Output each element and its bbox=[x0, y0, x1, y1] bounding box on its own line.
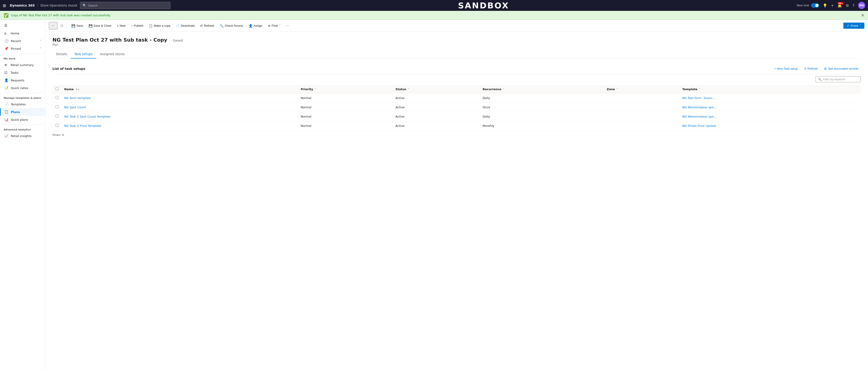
row-checkbox-cell[interactable] bbox=[53, 103, 61, 112]
assign-button[interactable]: 👤 Assign bbox=[246, 23, 265, 29]
row-template-link[interactable]: NG Womenswear spo... bbox=[682, 105, 716, 109]
refresh-label: Refresh bbox=[204, 24, 214, 27]
search-input[interactable] bbox=[88, 4, 168, 7]
sidebar-item-requests[interactable]: 👤 Requests bbox=[0, 76, 45, 84]
refresh-button[interactable]: ↺ Refresh bbox=[198, 23, 217, 29]
check-access-button[interactable]: 🔍 Check Access bbox=[217, 23, 246, 29]
col-header-status[interactable]: Status ˅ bbox=[393, 85, 480, 93]
col-name-label: Name bbox=[64, 88, 74, 91]
new-look-switch[interactable] bbox=[811, 3, 819, 8]
sidebar-item-retail-summary[interactable]: ≡ Retail summary bbox=[0, 61, 45, 69]
tab-assigned-stores[interactable]: Assigned stores bbox=[96, 50, 128, 59]
plus-icon[interactable]: + bbox=[831, 3, 834, 8]
sidebar-item-templates[interactable]: 📄 Templates bbox=[0, 100, 45, 108]
row-name-link[interactable]: NG Task 3 Price Template bbox=[64, 124, 101, 127]
sidebar-item-home[interactable]: ⌂ Home bbox=[0, 29, 45, 37]
row-template-cell: NG Womenswear spo... bbox=[680, 103, 861, 112]
row-checkbox[interactable] bbox=[56, 96, 59, 99]
row-checkbox[interactable] bbox=[56, 124, 59, 127]
lightbulb-icon[interactable]: 💡 bbox=[823, 3, 827, 8]
filter-input-container[interactable]: 🔍 bbox=[815, 76, 861, 82]
row-recurrence-cell: Daily bbox=[480, 112, 604, 121]
select-all-checkbox[interactable] bbox=[56, 87, 59, 90]
make-copy-label: Make a copy bbox=[154, 24, 170, 27]
notifications-icon[interactable]: 🔔 99+ bbox=[837, 3, 842, 8]
more-icon: ⋯ bbox=[286, 24, 289, 27]
col-header-template[interactable]: Template ˅ bbox=[680, 85, 861, 93]
col-zone-label: Zone bbox=[607, 88, 615, 91]
sidebar-item-quick-plans[interactable]: 📊 Quick plans bbox=[0, 116, 45, 123]
row-checkbox-cell[interactable] bbox=[53, 93, 61, 103]
table-row: NG Task 2 Spot Count Template Normal Act… bbox=[53, 112, 861, 121]
app-name-label: Store Operations Assist bbox=[37, 4, 77, 7]
divider bbox=[0, 93, 45, 93]
save-icon: 💾 bbox=[71, 24, 75, 28]
row-name-link[interactable]: NG form template bbox=[64, 96, 91, 100]
help-icon[interactable]: ? bbox=[852, 3, 855, 8]
row-priority-cell: Normal bbox=[298, 121, 393, 130]
more-options-button[interactable]: ⋯ bbox=[284, 23, 291, 29]
row-checkbox-cell[interactable] bbox=[53, 121, 61, 130]
row-template-link[interactable]: NG Test form - branc... bbox=[682, 96, 715, 100]
row-checkbox[interactable] bbox=[56, 105, 59, 108]
sidebar-item-recent[interactable]: 🕐 Recent ˅ bbox=[0, 37, 45, 45]
avatar[interactable]: MS bbox=[858, 2, 865, 9]
col-header-recurrence[interactable]: Recurrence ˅ bbox=[480, 85, 604, 93]
see-associated-button[interactable]: ⊞ See associated records bbox=[822, 66, 861, 71]
col-status-label: Status bbox=[395, 88, 406, 91]
page-title-text: NG Test Plan Oct 27 with Sub task - Copy bbox=[53, 37, 167, 43]
quick-plans-icon: 📊 bbox=[4, 118, 8, 122]
deactivate-button[interactable]: 📄 Deactivate bbox=[174, 23, 197, 29]
separator bbox=[67, 23, 67, 29]
sidebar-item-retail-insights[interactable]: 📈 Retail insights bbox=[0, 132, 45, 140]
publish-button[interactable]: ↑ Publish bbox=[129, 23, 146, 29]
sidebar-item-label: Tasks bbox=[11, 71, 19, 74]
tab-details[interactable]: Details bbox=[53, 50, 71, 59]
sidebar-item-tasks[interactable]: ☑ Tasks bbox=[0, 69, 45, 76]
select-all-header[interactable] bbox=[53, 85, 61, 93]
save-close-button[interactable]: 💾 Save & Close bbox=[86, 23, 114, 29]
row-zone-cell bbox=[604, 112, 680, 121]
col-header-zone[interactable]: Zone ˅ bbox=[604, 85, 680, 93]
sidebar-item-plans[interactable]: 📋 Plans bbox=[0, 108, 45, 116]
new-button[interactable]: + New bbox=[114, 23, 128, 29]
col-header-name[interactable]: Name ↑↓ bbox=[61, 85, 298, 93]
templates-icon: 📄 bbox=[4, 102, 8, 106]
col-header-priority[interactable]: Priority ˅ bbox=[298, 85, 393, 93]
flow-button[interactable]: ≋ Flow ˅ bbox=[266, 23, 283, 29]
restore-icon: ⬡ bbox=[61, 24, 63, 27]
my-work-header: My work bbox=[0, 55, 45, 61]
check-access-icon: 🔍 bbox=[220, 24, 223, 28]
save-label: Save bbox=[76, 24, 83, 27]
sidebar-collapse-button[interactable]: ☰ bbox=[0, 22, 45, 29]
sidebar-item-quick-notes[interactable]: 📝 Quick notes bbox=[0, 84, 45, 92]
chevron-down-icon: ˅ bbox=[40, 39, 41, 42]
row-checkbox[interactable] bbox=[56, 115, 59, 118]
restore-button[interactable]: ⬡ bbox=[58, 23, 65, 29]
row-name-cell: NG Spot Count bbox=[61, 103, 298, 112]
new-look-label: New look bbox=[797, 4, 809, 7]
new-look-toggle[interactable]: New look bbox=[797, 3, 819, 8]
row-checkbox-cell[interactable] bbox=[53, 112, 61, 121]
notif-close-button[interactable]: ✕ bbox=[861, 13, 864, 18]
tab-task-setups[interactable]: Task setups bbox=[71, 50, 96, 59]
search-bar[interactable]: 🔍 bbox=[80, 2, 170, 9]
row-template-link[interactable]: NG Shoes Price Update bbox=[682, 124, 716, 127]
settings-icon[interactable]: ⚙ bbox=[846, 3, 849, 8]
list-refresh-button[interactable]: ↺ Refresh bbox=[802, 66, 820, 71]
back-button[interactable]: ← bbox=[49, 22, 57, 29]
make-copy-button[interactable]: 📋 Make a copy bbox=[147, 23, 173, 29]
row-name-link[interactable]: NG Task 2 Spot Count Template bbox=[64, 115, 110, 118]
row-template-link[interactable]: NG Womenswear spo... bbox=[682, 115, 716, 118]
share-button[interactable]: ↗ Share ˅ bbox=[843, 23, 864, 29]
row-name-link[interactable]: NG Spot Count bbox=[64, 105, 86, 109]
table-row: NG form template Normal Active Daily NG … bbox=[53, 93, 861, 103]
table-header-row: Name ↑↓ Priority ˅ Status ˅ bbox=[53, 85, 861, 93]
waffle-icon[interactable]: ⊞ bbox=[3, 3, 6, 8]
save-button[interactable]: 💾 Save bbox=[69, 23, 86, 29]
filter-input[interactable] bbox=[823, 78, 858, 81]
sidebar-item-pinned[interactable]: 📌 Pinned ˅ bbox=[0, 45, 45, 53]
save-close-icon: 💾 bbox=[89, 24, 92, 28]
sidebar-item-label: Requests bbox=[11, 79, 24, 82]
new-task-setup-button[interactable]: + New Task setup bbox=[772, 66, 800, 71]
